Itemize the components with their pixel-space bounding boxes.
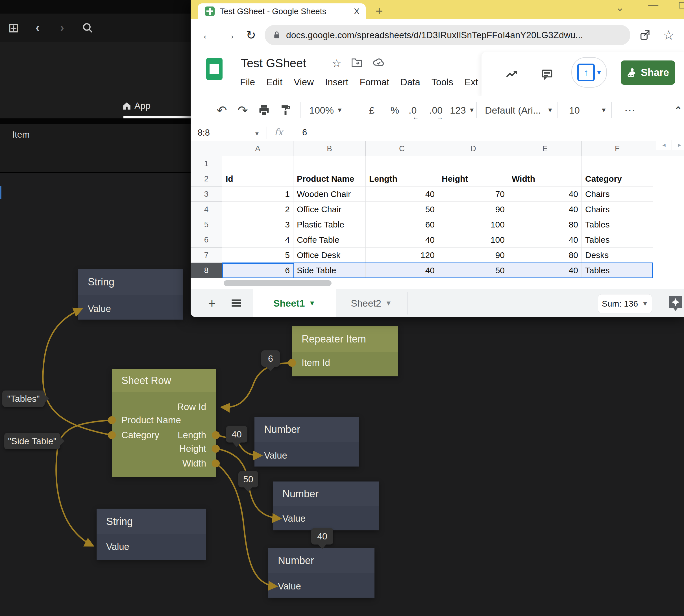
node-number-3[interactable]: NumberValue xyxy=(268,548,374,598)
cell-E3[interactable]: 40 xyxy=(508,186,582,202)
node-repeater-item[interactable]: Repeater ItemItem Id xyxy=(292,326,398,376)
node-number-1[interactable]: NumberValue xyxy=(254,417,359,466)
cell-C3[interactable]: 40 xyxy=(366,186,438,202)
cell-F2[interactable]: Category xyxy=(582,171,653,186)
tab-sheet2[interactable]: Sheet2▼ xyxy=(336,289,407,317)
cell-B4[interactable]: Office Chair xyxy=(293,202,366,217)
menu-format[interactable]: Format xyxy=(360,77,389,88)
font-select[interactable]: Default (Ari... xyxy=(485,96,541,124)
cell-F1[interactable] xyxy=(582,156,653,171)
cell-E1[interactable] xyxy=(508,156,582,171)
zoom-select[interactable]: 100%▼ xyxy=(309,96,343,124)
scroll-left-icon[interactable]: ◂ xyxy=(656,140,672,150)
port-item-id[interactable]: Item Id xyxy=(302,357,330,368)
app-root-label[interactable]: App xyxy=(122,101,151,111)
menu-file[interactable]: File xyxy=(240,77,255,88)
tab-search-chevron-icon[interactable]: ⌄ xyxy=(616,2,624,14)
cell-B6[interactable]: Coffe Table xyxy=(293,232,366,247)
cell-D3[interactable]: 70 xyxy=(438,186,508,202)
cell-C4[interactable]: 50 xyxy=(366,202,438,217)
column-header-D[interactable]: D xyxy=(438,141,508,156)
nav-forward-icon[interactable]: → xyxy=(224,19,236,51)
grid-corner-box[interactable] xyxy=(191,141,222,156)
number-format-select[interactable]: 123▼ xyxy=(450,96,475,124)
bookmark-star-icon[interactable]: ☆ xyxy=(663,19,675,51)
share-page-icon[interactable] xyxy=(639,19,651,51)
paint-format-icon[interactable] xyxy=(279,96,292,124)
formula-input[interactable]: 6 xyxy=(302,128,307,138)
node-sheet-row[interactable]: Sheet RowRow IdProduct NameCategoryLengt… xyxy=(112,369,216,477)
row-header-3[interactable]: 3 xyxy=(191,186,222,202)
node-string-top[interactable]: StringValue xyxy=(78,269,183,320)
close-tab-icon[interactable]: X xyxy=(354,6,360,16)
cell-E4[interactable]: 40 xyxy=(508,202,582,217)
cell-A2[interactable]: Id xyxy=(222,171,293,186)
scroll-right-icon[interactable]: ▸ xyxy=(671,140,684,150)
cell-B5[interactable]: Plastic Table xyxy=(293,217,366,232)
minimize-icon[interactable]: — xyxy=(648,0,658,11)
cell-D4[interactable]: 90 xyxy=(438,202,508,217)
move-to-folder-icon[interactable] xyxy=(351,57,362,70)
add-sheet-icon[interactable]: + xyxy=(208,289,216,317)
reload-icon[interactable]: ↻ xyxy=(246,19,256,51)
cell-E8[interactable]: 40 xyxy=(508,263,582,278)
hscroll-thumb[interactable] xyxy=(224,280,332,286)
cell-D7[interactable]: 90 xyxy=(438,247,508,263)
cell-F7[interactable]: Desks xyxy=(582,247,653,263)
back-icon[interactable]: ‹ xyxy=(30,14,45,42)
cell-F6[interactable]: Tables xyxy=(582,232,653,247)
all-sheets-icon[interactable] xyxy=(231,289,242,317)
cell-A3[interactable]: 1 xyxy=(222,186,293,202)
explore-sparkle-icon[interactable] xyxy=(667,295,684,312)
port-width[interactable]: Width xyxy=(182,458,206,469)
node-number-2[interactable]: NumberValue xyxy=(273,482,379,530)
more-toolbar-icon[interactable]: ⋯ xyxy=(624,96,635,124)
cell-C8[interactable]: 40 xyxy=(366,263,438,278)
trending-chart-icon[interactable] xyxy=(505,68,519,82)
tab-sheet1[interactable]: Sheet1▼ xyxy=(253,289,336,317)
print-icon[interactable] xyxy=(258,96,270,124)
search-icon[interactable] xyxy=(79,14,95,42)
port-height[interactable]: Height xyxy=(179,443,206,454)
node-string-bottom[interactable]: StringValue xyxy=(97,509,206,560)
document-title[interactable]: Test GSheet xyxy=(241,57,306,70)
column-header-F[interactable]: F xyxy=(582,141,653,156)
forward-icon[interactable]: › xyxy=(55,14,69,42)
port-value[interactable]: Value xyxy=(88,304,111,314)
cell-E6[interactable]: 40 xyxy=(508,232,582,247)
port-category[interactable]: Category xyxy=(121,430,159,441)
url-bar[interactable]: docs.google.com/spreadsheets/d/1D3IRuxIl… xyxy=(265,25,630,45)
cell-D1[interactable] xyxy=(438,156,508,171)
cell-D2[interactable]: Height xyxy=(438,171,508,186)
cell-D5[interactable]: 100 xyxy=(438,217,508,232)
cell-C2[interactable]: Length xyxy=(366,171,438,186)
port-value[interactable]: Value xyxy=(282,513,305,524)
cell-F8[interactable]: Tables xyxy=(582,263,653,278)
cell-A7[interactable]: 5 xyxy=(222,247,293,263)
name-box[interactable]: 8:8 xyxy=(198,124,210,141)
star-document-icon[interactable]: ☆ xyxy=(332,57,341,69)
cell-F5[interactable]: Tables xyxy=(582,217,653,232)
port-value[interactable]: Value xyxy=(106,542,129,552)
row-header-1[interactable]: 1 xyxy=(191,156,222,171)
add-component-icon[interactable]: ⊞ xyxy=(5,14,22,42)
cell-C1[interactable] xyxy=(366,156,438,171)
row-header-7[interactable]: 7 xyxy=(191,247,222,263)
nav-back-icon[interactable]: ← xyxy=(201,19,213,51)
collapse-toolbar-icon[interactable]: ⌃ xyxy=(674,96,682,124)
sum-indicator[interactable]: Sum: 136▼ xyxy=(598,294,652,313)
share-button[interactable]: Share xyxy=(621,61,675,85)
menu-insert[interactable]: Insert xyxy=(325,77,348,88)
column-header-E[interactable]: E xyxy=(508,141,582,156)
cell-E2[interactable]: Width xyxy=(508,171,582,186)
name-box-arrow-icon[interactable]: ▼ xyxy=(254,131,260,137)
column-header-A[interactable]: A xyxy=(222,141,293,156)
cell-B7[interactable]: Office Desk xyxy=(293,247,366,263)
comment-icon[interactable] xyxy=(541,68,553,83)
cell-F3[interactable]: Chairs xyxy=(582,186,653,202)
row-header-8[interactable]: 8 xyxy=(191,263,222,278)
cell-F4[interactable]: Chairs xyxy=(582,202,653,217)
cell-D6[interactable]: 100 xyxy=(438,232,508,247)
cell-B2[interactable]: Product Name xyxy=(293,171,366,186)
row-header-6[interactable]: 6 xyxy=(191,232,222,247)
